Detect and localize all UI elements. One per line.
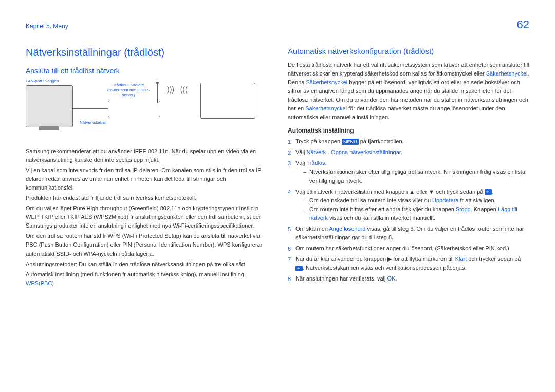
s4d2b: . Knappen bbox=[471, 206, 498, 212]
step2-a: Välj bbox=[295, 149, 306, 155]
page-number: 62 bbox=[517, 18, 529, 31]
auto-setting-heading: Automatisk inställning bbox=[288, 127, 529, 134]
network-diagram: LAN-port i väggen Trådlös IP-delare (rou… bbox=[26, 80, 267, 142]
stop-link: Stopp bbox=[456, 206, 471, 212]
left-column: Nätverksinställningar (trådlöst) Ansluta… bbox=[26, 47, 267, 289]
done-link: Klart bbox=[455, 256, 467, 262]
paragraph-protocol: Produkten har endast std fr fljande trdl… bbox=[26, 194, 267, 202]
paragraph-auto-manual: Automatisk inst llning (med funktionen f… bbox=[26, 270, 267, 288]
step2-sep: - bbox=[326, 149, 331, 155]
wireless-link: Trådlös bbox=[306, 160, 325, 166]
subsection-title: Ansluta till ett trådlöst nätverk bbox=[26, 67, 267, 75]
sec-key-2: Säkerhetsnyckel bbox=[306, 79, 347, 85]
router-label-3: server) bbox=[122, 92, 135, 97]
update-link: Uppdatera bbox=[432, 197, 458, 203]
ok-link: OK bbox=[387, 275, 396, 282]
s7b: och trycker sedan på bbox=[467, 256, 521, 262]
step1-a: Tryck på knappen bbox=[295, 138, 342, 144]
breadcrumb: Kapitel 5. Meny bbox=[26, 23, 68, 30]
enter-password-link: Ange lösenord bbox=[329, 226, 365, 232]
s7c: . Nätverkstestskärmen visas och verifika… bbox=[303, 265, 467, 271]
step3-a: Välj bbox=[295, 160, 306, 166]
cable-line bbox=[72, 108, 108, 109]
wall-port-stand bbox=[39, 126, 59, 130]
network-link: Nätverk bbox=[306, 149, 326, 155]
paragraph-rec: Samsung rekommenderar att du använder IE… bbox=[26, 147, 267, 164]
step4-dash1: Om den nskade trdl sa routern inte visas… bbox=[303, 196, 529, 205]
right-column: Automatisk nätverkskonfiguration (trådlö… bbox=[288, 47, 529, 289]
auto-manual-text: Automatisk inst llning (med funktionen f… bbox=[26, 271, 244, 277]
s4d1a: Om den nskade trdl sa routern inte visas… bbox=[309, 197, 432, 203]
step-3: Välj Trådlös. Ntverksfunktionen sker eft… bbox=[288, 159, 529, 185]
s8b: . bbox=[395, 275, 397, 282]
section-title: Nätverksinställningar (trådlöst) bbox=[26, 47, 267, 59]
lan-port-label: LAN-port i väggen bbox=[26, 79, 59, 84]
router-label: Trådlös IP-delare (router som har DHCP- … bbox=[103, 83, 154, 98]
step1-b: på fjärrkontrollen. bbox=[359, 138, 404, 144]
paragraph-channel: Vlj en kanal som inte anvnds fr den trdl… bbox=[26, 166, 267, 192]
s5a: Om skärmen bbox=[295, 226, 329, 232]
intro-paragraph: De flesta trådlösa nätverk har ett valfr… bbox=[288, 61, 529, 122]
router-label-2: (router som har DHCP- bbox=[107, 88, 150, 92]
step-6: Om routern har säkerhetsfunktioner anger… bbox=[288, 244, 529, 253]
router-antenna bbox=[157, 83, 158, 103]
open-settings-link: Öppna nätverksinställningar bbox=[331, 149, 401, 155]
menu-button-icon: MENU bbox=[342, 139, 359, 145]
step-4: Välj ett nätverk i nätverkslistan med kn… bbox=[288, 188, 529, 222]
sec-key-1: Säkerhetsnyckel bbox=[486, 70, 528, 77]
step3-dash: Ntverksfunktionen sker efter tillg nglig… bbox=[303, 167, 529, 185]
wall-port-box bbox=[26, 85, 73, 127]
monitor-box bbox=[200, 83, 255, 119]
router-label-1: Trådlös IP-delare bbox=[113, 83, 144, 87]
step-5: Om skärmen Ange lösenord visas, gå till … bbox=[288, 225, 529, 242]
s8a: När anslutningen har verifierats, välj bbox=[295, 275, 387, 282]
s4d1b: fr att ska igen. bbox=[458, 197, 495, 203]
paragraph-wps: Om den trdl sa routern har std fr WPS (W… bbox=[26, 232, 267, 258]
s4d2c: visas och du kan stlla in ntverket manue… bbox=[328, 215, 435, 221]
steps-list: Tryck på knappen MENU på fjärrkontrollen… bbox=[288, 137, 529, 283]
paragraph-methods: Anslutningsmetoder: Du kan ställa in den… bbox=[26, 260, 267, 269]
right-title: Automatisk nätverkskonfiguration (trådlö… bbox=[288, 47, 529, 55]
step-8: När anslutningen har verifierats, välj O… bbox=[288, 274, 529, 283]
wifi-waves-icon: ))) ((( bbox=[167, 85, 188, 94]
cable-label: Nätverkskabel bbox=[80, 120, 106, 125]
step3-b: . bbox=[325, 160, 326, 166]
s7a: När du är klar använder du knappen ▶ för… bbox=[295, 256, 455, 262]
step4-text: Välj ett nätverk i nätverkslistan med kn… bbox=[295, 189, 485, 195]
paragraph-greenfield: Om du väljer läget Pure High-throughput … bbox=[26, 204, 267, 230]
sec-key-3: Säkerhetsnyckel bbox=[305, 105, 347, 111]
wps-pbc-link: WPS(PBC) bbox=[26, 280, 54, 286]
enter-icon-2: ↵ bbox=[295, 266, 303, 271]
step4-dash2: Om routern inte hittas efter ett andra f… bbox=[303, 205, 529, 222]
page-header: Kapitel 5. Meny 62 bbox=[26, 18, 529, 31]
step-7: När du är klar använder du knappen ▶ för… bbox=[288, 255, 529, 272]
step2-b: . bbox=[401, 149, 402, 155]
step-1: Tryck på knappen MENU på fjärrkontrollen… bbox=[288, 137, 529, 146]
router-box bbox=[108, 101, 160, 117]
step-2: Välj Nätverk - Öppna nätverksinställning… bbox=[288, 148, 529, 157]
enter-icon: ↵ bbox=[485, 189, 492, 195]
s4d2a: Om routern inte hittas efter ett andra f… bbox=[309, 206, 456, 212]
